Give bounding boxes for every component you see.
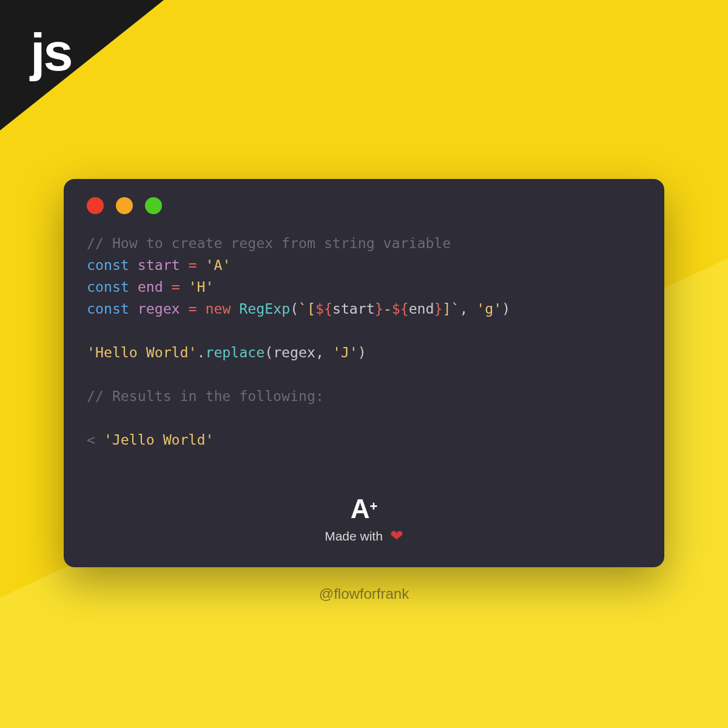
code-keyword: new xyxy=(206,300,231,317)
code-operator: = xyxy=(172,278,180,295)
code-paren: ( xyxy=(265,344,273,360)
code-template: ` xyxy=(451,300,459,317)
code-interp: } xyxy=(375,300,383,317)
code-variable: start xyxy=(138,257,180,273)
code-variable: end xyxy=(138,278,163,295)
window-controls xyxy=(87,197,641,214)
js-corner-badge xyxy=(0,0,164,130)
made-with-text: Made with ❤ xyxy=(64,527,664,545)
code-paren: ) xyxy=(358,344,366,360)
code-keyword: const xyxy=(87,278,129,295)
grade-plus-text: + xyxy=(369,499,377,514)
code-paren: ( xyxy=(290,300,298,317)
code-template: ` xyxy=(298,300,307,317)
minimize-icon xyxy=(116,197,133,214)
code-string: 'H' xyxy=(189,278,214,295)
code-keyword: const xyxy=(87,300,129,317)
code-string: 'g' xyxy=(476,300,502,317)
js-label: js xyxy=(30,21,71,83)
code-method: replace xyxy=(205,344,265,360)
code-interp: } xyxy=(434,300,443,317)
code-template: - xyxy=(383,300,392,317)
code-keyword: const xyxy=(87,257,129,273)
code-paren: ) xyxy=(502,300,510,317)
code-comma: , xyxy=(315,344,332,360)
heart-icon: ❤ xyxy=(390,527,403,545)
footer-badge: A + Made with ❤ xyxy=(64,494,664,545)
code-class: RegExp xyxy=(239,300,290,317)
code-editor-window: // How to create regex from string varia… xyxy=(64,179,664,567)
code-variable: regex xyxy=(138,300,180,317)
code-string: 'Hello World' xyxy=(87,344,197,360)
code-variable: regex xyxy=(273,344,315,360)
grade-a-text: A xyxy=(351,494,369,524)
code-comma: , xyxy=(459,300,476,317)
code-template: [ xyxy=(307,300,315,317)
author-handle: @flowforfrank xyxy=(0,585,728,602)
grade-logo: A + xyxy=(64,494,664,524)
code-string: 'A' xyxy=(206,257,231,273)
close-icon xyxy=(87,197,104,214)
code-output: 'Jello World' xyxy=(104,431,214,448)
code-variable: end xyxy=(409,300,434,317)
code-variable: start xyxy=(332,300,375,317)
code-operator: = xyxy=(189,257,197,273)
code-dot: . xyxy=(197,344,205,360)
code-template: ] xyxy=(442,300,451,317)
code-comment: // How to create regex from string varia… xyxy=(87,235,451,251)
code-comment: // Results in the following: xyxy=(87,388,324,404)
code-interp: ${ xyxy=(392,300,409,317)
output-arrow-icon: < xyxy=(87,431,95,448)
code-block: // How to create regex from string varia… xyxy=(87,232,641,451)
code-interp: ${ xyxy=(315,300,332,317)
made-with-label: Made with xyxy=(325,529,383,544)
maximize-icon xyxy=(145,197,162,214)
code-string: 'J' xyxy=(332,344,358,360)
code-operator: = xyxy=(189,300,197,317)
